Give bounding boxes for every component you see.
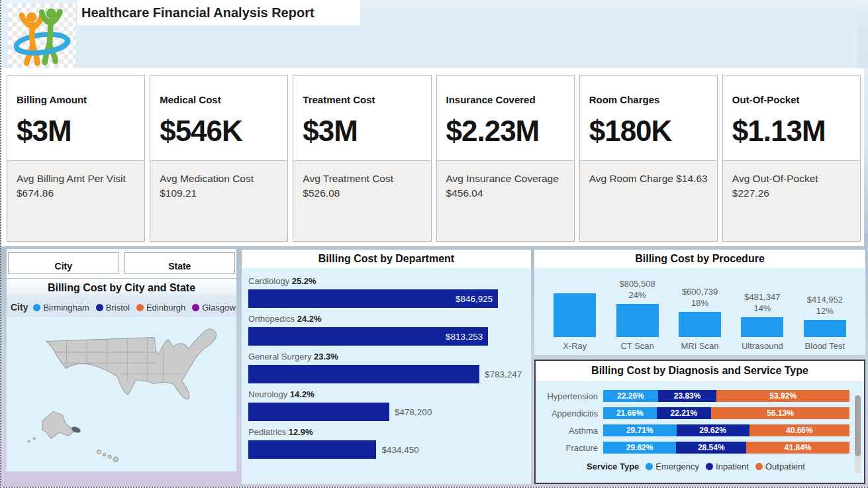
map-legend: City BirminghamBristolEdinburghGlasgow ▶ (7, 297, 236, 317)
department-bar[interactable] (248, 365, 479, 383)
department-barline: $434,450 (248, 440, 524, 459)
service-type-legend-title: Service Type (587, 462, 639, 471)
procedure-columns: $1,053,52931%$805,50824%$600,73918%$481,… (534, 269, 865, 337)
map-legend-item-edinburgh[interactable]: Edinburgh (136, 303, 185, 313)
diagnosis-barline: 22.26%23.83%53.92% (603, 390, 849, 402)
state-filter-button[interactable]: State (124, 252, 236, 274)
service-type-legend-item-inpatient[interactable]: Inpatient (706, 462, 749, 471)
service-type-legend-label: Inpatient (716, 462, 749, 471)
department-bar-value: $846,925 (456, 294, 493, 304)
map-legend-item-bristol[interactable]: Bristol (96, 303, 130, 313)
diagnosis-segment[interactable]: 29.71% (603, 424, 677, 436)
procedure-bar[interactable] (679, 312, 721, 337)
diagnosis-row-2: Asthma29.71%29.62%40.66% (542, 424, 849, 436)
kpi-card-title: Billing Amount (17, 94, 135, 105)
kpi-card-subtitle: Avg Out-Of-Pocket $227.26 (723, 161, 860, 241)
department-bar-row-3: Neurology 14.2%$478,200 (248, 389, 524, 421)
kpi-card-value: $1.13M (732, 115, 851, 148)
department-bar-row-1: Orthopedics 24.2%$813,253 (248, 314, 524, 346)
kpi-card-subtitle: Avg Medication Cost $109.21 (150, 161, 287, 241)
department-bar-label: General Surgery 23.3% (248, 352, 524, 362)
department-bar-value: $813,253 (446, 332, 483, 342)
diagnosis-segment[interactable]: 21.66% (603, 407, 657, 419)
diagnosis-segment[interactable]: 22.21% (657, 407, 712, 419)
city-filter-button[interactable]: City (8, 252, 119, 274)
procedure-column-1: $805,50824% (606, 269, 668, 337)
diagnosis-scrollbar-thumb[interactable] (855, 395, 861, 456)
department-bars: Cardiology 25.2%$846,925Orthopedics 24.2… (242, 268, 531, 459)
procedure-chart-panel: Billing Cost by Procedure $1,053,52931%$… (534, 250, 865, 355)
department-bar[interactable] (248, 440, 376, 459)
map-legend-item-birmingham[interactable]: Birmingham (33, 303, 89, 313)
department-bar-row-0: Cardiology 25.2%$846,925 (248, 276, 524, 308)
kpi-card-5: Out-Of-Pocket$1.13MAvg Out-Of-Pocket $22… (722, 75, 861, 242)
kpi-card-3: Insurance Covered$2.23MAvg Insurance Cov… (436, 75, 575, 242)
usa-map[interactable] (7, 317, 236, 471)
procedure-column-2: $600,73918% (669, 269, 731, 337)
service-type-legend: Service Type EmergencyInpatientOutpatien… (542, 462, 849, 471)
diagnosis-segment-label: 40.66% (749, 426, 849, 435)
kpi-card-value: $180K (589, 115, 708, 148)
diagnosis-body: Hypertension22.26%23.83%53.92%Appendicit… (536, 381, 864, 481)
diagnosis-row-0: Hypertension22.26%23.83%53.92% (542, 390, 849, 402)
map-legend-title: City (11, 302, 28, 313)
procedure-bar[interactable] (554, 293, 596, 337)
diagnosis-segment[interactable]: 41.84% (746, 442, 849, 454)
kpi-card-subtitle: Avg Billing Amt Per Visit $674.86 (7, 161, 144, 241)
procedure-column-0: $1,053,52931% (544, 269, 606, 337)
diagnosis-barline: 29.71%29.62%40.66% (603, 424, 849, 436)
department-bar[interactable]: $813,253 (248, 327, 488, 346)
diagnosis-segment[interactable]: 29.62% (677, 424, 749, 436)
kpi-row: Billing Amount$3MAvg Billing Amt Per Vis… (7, 75, 861, 242)
procedure-chart-title: Billing Cost by Procedure (534, 250, 865, 268)
procedure-bar-label: $414,95212% (795, 294, 855, 317)
kpi-card-value: $2.23M (446, 115, 565, 148)
department-bar-value: $478,200 (395, 407, 432, 417)
kpi-card-top: Treatment Cost$3M (293, 75, 430, 161)
service-type-legend-items: EmergencyInpatientOutpatient (646, 462, 805, 471)
procedure-bar-label: $481,34714% (732, 291, 792, 315)
diagnosis-rows: Hypertension22.26%23.83%53.92%Appendicit… (542, 390, 849, 454)
procedure-bar[interactable] (616, 304, 659, 337)
department-percent: 14.2% (290, 389, 314, 399)
kpi-card-title: Out-Of-Pocket (732, 94, 851, 105)
procedure-bar[interactable] (741, 317, 783, 337)
diagnosis-segment[interactable]: 40.66% (749, 424, 849, 436)
kpi-card-subtitle: Avg Room Charge $14.63 (580, 161, 717, 241)
department-name: Orthopedics (248, 314, 297, 324)
diagnosis-segment[interactable]: 22.26% (603, 390, 658, 402)
procedure-category-label: Blood Test (794, 341, 856, 351)
diagnosis-segment-label: 29.62% (677, 426, 749, 435)
procedure-column-4: $414,95212% (794, 269, 856, 337)
department-chart-panel: Billing Cost by Department Cardiology 25… (242, 250, 531, 484)
map-legend-item-label: Edinburgh (146, 303, 185, 313)
diagnosis-segment[interactable]: 28.54% (676, 442, 746, 454)
procedure-category-label: X-Ray (544, 341, 606, 351)
department-name: General Surgery (248, 352, 314, 362)
department-bar-value: $434,450 (381, 445, 418, 455)
service-type-legend-item-outpatient[interactable]: Outpatient (755, 462, 805, 471)
map-legend-item-glasgow[interactable]: Glasgow (192, 303, 236, 313)
diagnosis-segment[interactable]: 56.13% (711, 407, 849, 419)
service-type-legend-label: Outpatient (765, 462, 805, 471)
diagnosis-category-label: Fracture (542, 443, 598, 453)
department-bar-row-2: General Surgery 23.3%$783,247 (248, 352, 524, 383)
department-barline: $846,925 (248, 289, 524, 308)
diagnosis-segment[interactable]: 23.83% (658, 390, 717, 402)
diagnosis-row-1: Appendicitis21.66%22.21%56.13% (542, 407, 849, 419)
kpi-card-top: Medical Cost$546K (150, 75, 287, 161)
legend-dot-icon (706, 463, 713, 470)
procedure-category-label: CT Scan (606, 341, 668, 351)
department-bar[interactable] (248, 403, 389, 421)
department-bar[interactable]: $846,925 (248, 289, 498, 308)
diagnosis-segment-label: 41.84% (746, 443, 849, 452)
diagnosis-segment[interactable]: 53.92% (716, 390, 849, 402)
procedure-bar-value: $600,739 (670, 286, 730, 298)
procedure-bar[interactable] (804, 320, 846, 337)
kpi-card-subtitle: Avg Insurance Coverage $456.04 (437, 161, 574, 241)
diagnosis-segment-label: 21.66% (603, 409, 657, 418)
diagnosis-segment[interactable]: 29.62% (603, 442, 676, 454)
diagnosis-segment-label: 23.83% (658, 391, 717, 401)
service-type-legend-item-emergency[interactable]: Emergency (646, 462, 699, 471)
kpi-card-1: Medical Cost$546KAvg Medication Cost $10… (150, 75, 288, 242)
